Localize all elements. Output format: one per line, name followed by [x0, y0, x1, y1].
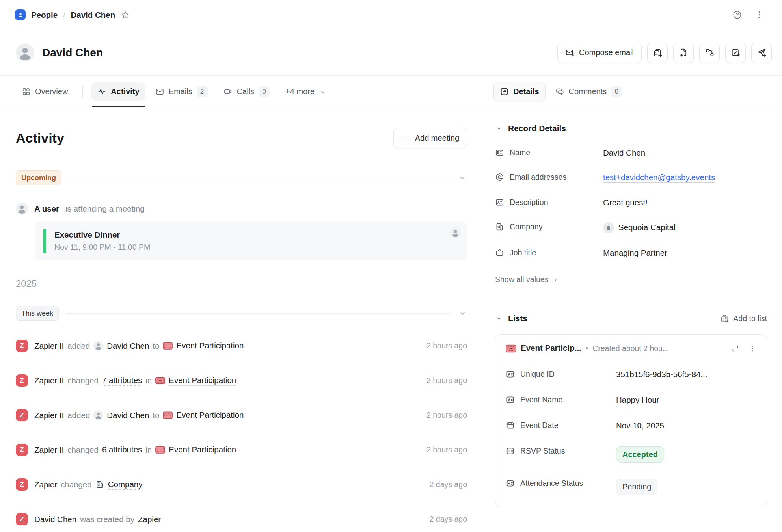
- tab-more[interactable]: +4 more: [279, 82, 333, 101]
- field-label: Unique ID: [520, 370, 555, 379]
- attending-actor: A user: [34, 204, 59, 214]
- record-avatar[interactable]: [16, 43, 34, 62]
- list-entry-meta: Created about 2 hou...: [592, 344, 727, 353]
- field-label: Name: [510, 148, 530, 157]
- list-entry-title[interactable]: Event Particip...: [521, 343, 581, 353]
- breadcrumb: People / David Chen: [15, 9, 130, 20]
- attribute-link[interactable]: Company: [108, 480, 143, 490]
- at-icon: [495, 173, 504, 182]
- tab-label: Details: [513, 87, 539, 96]
- list-link[interactable]: Event Participation: [176, 410, 244, 420]
- kebab-menu-icon[interactable]: [748, 344, 756, 353]
- field-value[interactable]: David Chen: [603, 148, 645, 158]
- company-link[interactable]: Sequoia Capital: [618, 223, 676, 233]
- field-value[interactable]: Happy Hour: [616, 395, 659, 405]
- note-add-button[interactable]: [647, 43, 668, 63]
- record-title: David Chen: [42, 47, 103, 59]
- feed-row: ZZapier IIaddedDavid ChentoEvent Partici…: [16, 409, 467, 421]
- side-panel-tabbar: DetailsComments0: [483, 76, 782, 108]
- plus-icon: [401, 133, 411, 143]
- list-link[interactable]: Event Participation: [169, 376, 236, 386]
- tab-overview[interactable]: Overview: [16, 82, 74, 101]
- record-tabbar: OverviewActivityEmails2Calls0+4 more: [0, 76, 483, 108]
- tab-comments[interactable]: Comments0: [549, 82, 628, 102]
- field-row: CompanySequoia Capital: [495, 222, 767, 233]
- attribute-link[interactable]: 6 attributes: [102, 445, 142, 455]
- list-link[interactable]: Event Participation: [169, 445, 236, 455]
- collapse-upcoming-chevron-icon[interactable]: [458, 173, 467, 182]
- record-link[interactable]: David Chen: [34, 515, 76, 524]
- building-icon: [495, 222, 504, 231]
- record-details-chevron-icon[interactable]: [495, 125, 503, 132]
- collapse-week-chevron-icon[interactable]: [458, 309, 467, 318]
- video-icon: [223, 87, 233, 96]
- panel-divider: [483, 301, 782, 301]
- attendee-avatar: [16, 203, 28, 215]
- feed-timestamp: 2 hours ago: [419, 341, 467, 350]
- kebab-button[interactable]: [752, 8, 766, 22]
- status-badge[interactable]: Pending: [616, 479, 657, 495]
- tab-activity[interactable]: Activity: [91, 82, 145, 101]
- lists-chevron-icon[interactable]: [495, 314, 503, 322]
- tab-details[interactable]: Details: [493, 82, 546, 101]
- field-row: NameDavid Chen: [495, 148, 767, 158]
- field-label: Attendance Status: [520, 479, 583, 488]
- event-verb: added: [67, 411, 90, 420]
- this-week-badge: This week: [16, 306, 59, 321]
- envelope-plus-icon: [565, 48, 575, 58]
- attribute-link[interactable]: 7 attributes: [102, 376, 142, 386]
- field-label: Event Name: [520, 395, 562, 404]
- breadcrumb-workspace[interactable]: People: [31, 10, 58, 20]
- breadcrumb-record[interactable]: David Chen: [71, 10, 115, 20]
- add-meeting-button[interactable]: Add meeting: [393, 128, 467, 148]
- record-details-fields: NameDavid ChenEmail addressestest+davidc…: [495, 148, 767, 258]
- file-add-button[interactable]: [673, 43, 694, 63]
- list-link[interactable]: Event Participation: [176, 341, 244, 351]
- task-add-button[interactable]: [725, 43, 746, 63]
- grid-icon: [22, 87, 31, 96]
- select-icon: [506, 479, 515, 488]
- chev-down-icon: [319, 88, 327, 96]
- actor-name: Zapier II: [34, 411, 64, 420]
- tab-divider: [82, 86, 83, 98]
- workflow-button[interactable]: [699, 43, 720, 63]
- text-attr-icon: [506, 395, 515, 404]
- record-link[interactable]: David Chen: [107, 411, 149, 420]
- field-value[interactable]: Managing Partner: [603, 248, 667, 258]
- task-add-icon: [731, 48, 741, 58]
- people-app-icon[interactable]: [15, 9, 26, 20]
- meeting-card[interactable]: Executive Dinner Nov 11, 9:00 PM - 11:00…: [35, 222, 467, 260]
- feed-timestamp: 2 days ago: [422, 480, 467, 489]
- tab-emails[interactable]: Emails2: [149, 82, 214, 102]
- field-label: Company: [510, 222, 542, 231]
- help-button[interactable]: [730, 8, 744, 22]
- ticket-icon: [163, 342, 173, 350]
- show-all-values-link[interactable]: Show all values: [495, 275, 767, 284]
- text-attr-icon: [495, 198, 504, 207]
- kebab-icon: [754, 10, 764, 20]
- field-row: Job titleManaging Partner: [495, 248, 767, 258]
- record-details-title: Record Details: [508, 124, 566, 133]
- field-value[interactable]: Great guest!: [603, 198, 648, 207]
- field-row: Unique ID351b15f6-9d3b-56f5-84...: [506, 370, 756, 379]
- meeting-attendee-avatar: [450, 227, 461, 238]
- send-add-button[interactable]: [751, 43, 772, 63]
- status-badge[interactable]: Accepted: [616, 446, 664, 463]
- field-row: Attendance StatusPending: [506, 479, 756, 495]
- chat-icon: [555, 87, 564, 96]
- email-link[interactable]: test+davidchen@gatsby.events: [603, 173, 715, 183]
- meeting-title: Executive Dinner: [54, 230, 458, 240]
- field-value[interactable]: 351b15f6-9d3b-56f5-84...: [616, 370, 707, 379]
- zapier-avatar: Z: [16, 513, 28, 525]
- expand-icon[interactable]: [731, 344, 739, 353]
- add-to-list-button[interactable]: Add to list: [720, 314, 767, 323]
- favorite-star-icon[interactable]: [121, 10, 130, 20]
- record-link[interactable]: David Chen: [107, 341, 149, 351]
- field-value[interactable]: Nov 10, 2025: [616, 421, 664, 430]
- breadcrumb-separator: /: [63, 11, 65, 19]
- upcoming-timeline: A user is attending a meeting Executive …: [16, 203, 467, 260]
- compose-email-button[interactable]: Compose email: [557, 43, 642, 63]
- tab-calls[interactable]: Calls0: [218, 82, 276, 102]
- field-label: Description: [510, 198, 548, 207]
- zapier-avatar: Z: [16, 409, 28, 421]
